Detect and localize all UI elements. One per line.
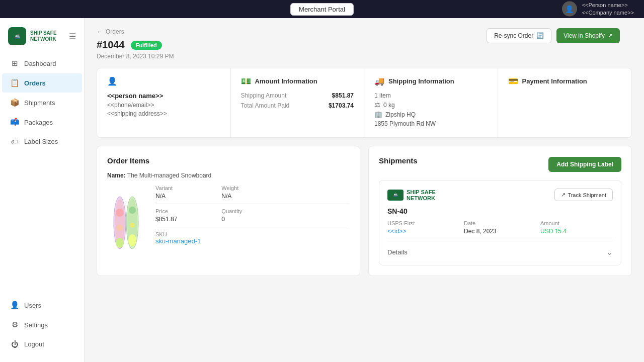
sync-icon: 🔄 bbox=[536, 32, 544, 39]
external-link-icon: ↗ bbox=[608, 32, 613, 39]
qty-label: Quantity bbox=[221, 208, 283, 214]
sidebar-item-dashboard[interactable]: ⊞ Dashboard bbox=[2, 54, 82, 73]
shipment-id: SN-40 bbox=[387, 207, 613, 215]
sidebar-item-logout[interactable]: ⏻ Logout bbox=[2, 335, 82, 353]
amount-card-header: 💵 Amount Information bbox=[241, 76, 354, 86]
order-items-card: Order Items Name: The Multi-managed Snow… bbox=[97, 146, 360, 276]
variant-col: Variant N/A bbox=[155, 185, 217, 200]
topbar-center: Merchant Portal bbox=[290, 3, 354, 16]
amount-col: Amount USD 15.4 bbox=[540, 220, 613, 235]
hamburger-icon[interactable]: ☰ bbox=[69, 32, 76, 41]
payment-card-header: 💳 Payment Information bbox=[508, 76, 622, 86]
sidebar-logo-area: 🚢 SHIP SAFE NETWORK ☰ bbox=[0, 23, 84, 53]
customer-name: <<person name>> bbox=[107, 92, 220, 100]
ssn-logo-box: 🚢 bbox=[387, 190, 404, 201]
qty-col: Quantity 0 bbox=[221, 208, 283, 223]
shipping-amount-value: $851.87 bbox=[332, 92, 354, 99]
sidebar-item-packages[interactable]: 📫 Packages bbox=[2, 113, 82, 132]
sidebar-item-users[interactable]: 👤 Users bbox=[2, 296, 82, 315]
sidebar-item-orders[interactable]: 📋 Orders bbox=[2, 73, 82, 93]
track-shipment-button[interactable]: ↗ Track Shipment bbox=[554, 189, 613, 201]
sku-row: SKU bbox=[155, 231, 350, 237]
divider2 bbox=[155, 227, 350, 227]
merchant-portal-button[interactable]: Merchant Portal bbox=[290, 3, 354, 16]
price-value: $851.87 bbox=[155, 216, 217, 223]
shipments-icon: 📦 bbox=[10, 98, 19, 107]
packages-icon: 📫 bbox=[10, 118, 19, 127]
shipments-header: Shipments Add Shipping Label bbox=[379, 156, 621, 172]
shipping-amount-label: Shipping Amount bbox=[241, 92, 287, 99]
sidebar-item-settings[interactable]: ⚙ Settings bbox=[2, 315, 82, 334]
svg-point-7 bbox=[129, 207, 136, 214]
date-label: Date bbox=[464, 220, 536, 226]
main-content: ← Orders #1044 Fulfilled December 8, 202… bbox=[85, 18, 644, 362]
ssn-logo-text: SHIP SAFENETWORK bbox=[407, 189, 436, 201]
weight-icon: ⚖ bbox=[374, 101, 380, 109]
breadcrumb-orders-link[interactable]: Orders bbox=[106, 28, 124, 35]
weight-col: Weight N/A bbox=[221, 185, 283, 200]
order-date: December 8, 2023 10:29 PM bbox=[97, 53, 632, 60]
customer-card-header: 👤 bbox=[107, 76, 220, 86]
users-icon: 👤 bbox=[10, 301, 19, 310]
price-qty-row: Price $851.87 Quantity 0 bbox=[155, 208, 350, 223]
snowboard-svg bbox=[107, 190, 147, 255]
person-icon: 👤 bbox=[107, 76, 117, 86]
shipments-title: Shipments bbox=[379, 156, 418, 165]
view-shopify-button[interactable]: View in Shopify ↗ bbox=[556, 28, 620, 43]
logout-icon: ⏻ bbox=[10, 340, 19, 348]
items-count-row: 1 item bbox=[374, 92, 488, 99]
status-badge: Fulfilled bbox=[131, 41, 162, 50]
orders-icon: 📋 bbox=[10, 78, 19, 87]
carrier-label: USPS First bbox=[387, 220, 460, 226]
svg-point-4 bbox=[116, 238, 124, 248]
resync-order-button[interactable]: Re-sync Order 🔄 bbox=[487, 28, 551, 43]
ssn-logo-icon: 🚢 bbox=[393, 193, 398, 197]
order-header-row: ← Orders #1044 Fulfilled December 8, 202… bbox=[97, 28, 632, 60]
order-items-title: Order Items bbox=[107, 156, 350, 165]
payment-icon: 💳 bbox=[508, 76, 518, 86]
svg-point-9 bbox=[128, 234, 136, 246]
weight-value: 0 kg bbox=[383, 102, 395, 109]
date-col: Date Dec 8, 2023 bbox=[464, 220, 536, 235]
sidebar-item-label: Packages bbox=[24, 119, 53, 126]
shipment-item: 🚢 SHIP SAFENETWORK ↗ Track Shipment SN-4… bbox=[379, 180, 621, 265]
shipping-title: Shipping Information bbox=[388, 77, 454, 85]
breadcrumb-arrow: ← bbox=[97, 28, 103, 35]
user-info: <<Person name>> <<Company name>> bbox=[582, 2, 634, 17]
customer-card: 👤 <<person name>> <<phone/email>> <<ship… bbox=[97, 68, 231, 137]
sidebar-item-label: Shipments bbox=[24, 99, 55, 107]
dashboard-icon: ⊞ bbox=[10, 59, 19, 68]
shopify-label: View in Shopify bbox=[564, 32, 605, 39]
sidebar-item-shipments[interactable]: 📦 Shipments bbox=[2, 93, 82, 112]
sidebar-item-label: Dashboard bbox=[24, 60, 56, 67]
carrier-col: USPS First <<id>> bbox=[387, 220, 460, 235]
amount-label: Amount bbox=[540, 220, 613, 226]
logo-text: 🚢 bbox=[14, 34, 20, 39]
info-cards: 👤 <<person name>> <<phone/email>> <<ship… bbox=[97, 68, 632, 138]
shipment-item-header: 🚢 SHIP SAFENETWORK ↗ Track Shipment bbox=[387, 189, 613, 201]
sku-value: sku-managed-1 bbox=[155, 237, 350, 245]
settings-icon: ⚙ bbox=[10, 320, 19, 329]
shipments-card: Shipments Add Shipping Label 🚢 SHIP SAFE… bbox=[368, 146, 632, 276]
sidebar: 🚢 SHIP SAFE NETWORK ☰ ⊞ Dashboard 📋 Orde… bbox=[0, 18, 85, 362]
shipping-amount-row: Shipping Amount $851.87 bbox=[241, 92, 354, 99]
customer-address: <<shipping address>> bbox=[107, 110, 220, 117]
customer-contact: <<phone/email>> bbox=[107, 102, 220, 109]
logo-text-label: SHIP SAFE NETWORK bbox=[30, 30, 57, 42]
details-toggle[interactable]: Details ⌄ bbox=[387, 241, 613, 257]
svg-point-8 bbox=[130, 223, 135, 228]
variant-weight-row: Variant N/A Weight N/A bbox=[155, 185, 350, 200]
sidebar-item-label: Logout bbox=[24, 340, 44, 348]
details-label: Details bbox=[387, 248, 408, 256]
user-name: <<Person name>> bbox=[582, 2, 634, 9]
avatar: 👤 bbox=[562, 2, 577, 17]
company-name: <<Company name>> bbox=[582, 9, 634, 17]
order-actions: Re-sync Order 🔄 View in Shopify ↗ bbox=[487, 28, 620, 43]
address-row: 1855 Plymouth Rd NW bbox=[374, 120, 488, 127]
item-name-label: Name: bbox=[107, 172, 126, 179]
weight-row: ⚖ 0 kg bbox=[374, 101, 488, 109]
sidebar-item-label-sizes[interactable]: 🏷 Label Sizes bbox=[2, 132, 82, 151]
add-shipping-label-button[interactable]: Add Shipping Label bbox=[548, 157, 621, 172]
weight-label: Weight bbox=[221, 185, 283, 191]
main-layout: 🚢 SHIP SAFE NETWORK ☰ ⊞ Dashboard 📋 Orde… bbox=[0, 18, 644, 362]
